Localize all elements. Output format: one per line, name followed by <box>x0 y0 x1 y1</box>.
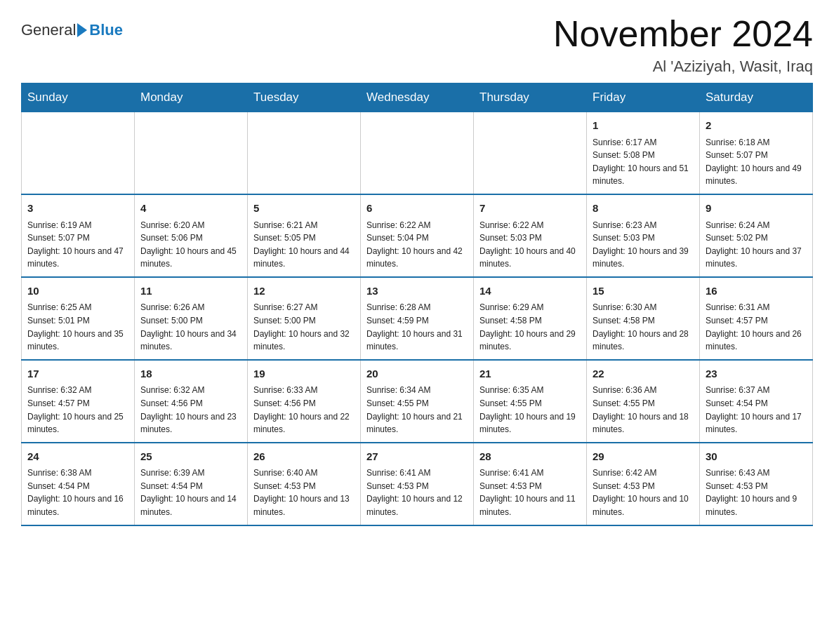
calendar-cell: 6Sunrise: 6:22 AM Sunset: 5:04 PM Daylig… <box>361 194 474 277</box>
day-info: Sunrise: 6:18 AM Sunset: 5:07 PM Dayligh… <box>706 136 807 188</box>
calendar-cell: 23Sunrise: 6:37 AM Sunset: 4:54 PM Dayli… <box>700 360 813 443</box>
page-title: November 2024 <box>553 14 813 54</box>
day-info: Sunrise: 6:31 AM Sunset: 4:57 PM Dayligh… <box>706 301 807 353</box>
day-info: Sunrise: 6:40 AM Sunset: 4:53 PM Dayligh… <box>253 467 355 518</box>
calendar-cell: 8Sunrise: 6:23 AM Sunset: 5:03 PM Daylig… <box>587 194 700 277</box>
weekday-header-friday: Friday <box>587 83 700 112</box>
logo-general-text: General <box>21 21 76 39</box>
logo-blue-part: Blue <box>76 21 123 39</box>
calendar-cell: 10Sunrise: 6:25 AM Sunset: 5:01 PM Dayli… <box>22 277 135 360</box>
day-info: Sunrise: 6:32 AM Sunset: 4:56 PM Dayligh… <box>140 384 241 436</box>
day-info: Sunrise: 6:21 AM Sunset: 5:05 PM Dayligh… <box>253 219 355 271</box>
calendar-cell: 13Sunrise: 6:28 AM Sunset: 4:59 PM Dayli… <box>361 277 474 360</box>
day-info: Sunrise: 6:29 AM Sunset: 4:58 PM Dayligh… <box>479 301 581 353</box>
calendar-cell <box>248 112 361 194</box>
day-number: 22 <box>593 366 694 382</box>
weekday-header-thursday: Thursday <box>474 83 587 112</box>
day-number: 20 <box>366 366 468 382</box>
day-number: 26 <box>253 449 355 465</box>
calendar-cell: 26Sunrise: 6:40 AM Sunset: 4:53 PM Dayli… <box>248 443 361 525</box>
calendar-week-row: 17Sunrise: 6:32 AM Sunset: 4:57 PM Dayli… <box>22 360 813 443</box>
day-info: Sunrise: 6:39 AM Sunset: 4:54 PM Dayligh… <box>140 467 241 518</box>
day-number: 15 <box>593 283 694 300</box>
day-number: 21 <box>479 366 581 382</box>
calendar-cell: 27Sunrise: 6:41 AM Sunset: 4:53 PM Dayli… <box>361 443 474 525</box>
day-number: 2 <box>706 118 807 134</box>
calendar-cell: 28Sunrise: 6:41 AM Sunset: 4:53 PM Dayli… <box>474 443 587 525</box>
calendar-cell: 22Sunrise: 6:36 AM Sunset: 4:55 PM Dayli… <box>587 360 700 443</box>
day-number: 27 <box>366 449 468 465</box>
calendar-week-row: 1Sunrise: 6:17 AM Sunset: 5:08 PM Daylig… <box>22 112 813 194</box>
day-number: 10 <box>27 283 128 300</box>
day-info: Sunrise: 6:35 AM Sunset: 4:55 PM Dayligh… <box>479 384 581 436</box>
calendar-cell: 14Sunrise: 6:29 AM Sunset: 4:58 PM Dayli… <box>474 277 587 360</box>
day-number: 17 <box>27 366 128 382</box>
day-number: 12 <box>253 283 355 300</box>
calendar-header: SundayMondayTuesdayWednesdayThursdayFrid… <box>22 83 813 112</box>
day-number: 7 <box>479 201 581 217</box>
day-info: Sunrise: 6:43 AM Sunset: 4:53 PM Dayligh… <box>706 467 807 518</box>
day-info: Sunrise: 6:37 AM Sunset: 4:54 PM Dayligh… <box>706 384 807 436</box>
weekday-header-tuesday: Tuesday <box>248 83 361 112</box>
day-info: Sunrise: 6:22 AM Sunset: 5:03 PM Dayligh… <box>479 219 581 271</box>
calendar-cell: 20Sunrise: 6:34 AM Sunset: 4:55 PM Dayli… <box>361 360 474 443</box>
day-info: Sunrise: 6:25 AM Sunset: 5:01 PM Dayligh… <box>27 301 128 353</box>
day-number: 5 <box>253 201 355 217</box>
calendar-cell: 4Sunrise: 6:20 AM Sunset: 5:06 PM Daylig… <box>135 194 248 277</box>
day-info: Sunrise: 6:28 AM Sunset: 4:59 PM Dayligh… <box>366 301 468 353</box>
calendar-cell: 12Sunrise: 6:27 AM Sunset: 5:00 PM Dayli… <box>248 277 361 360</box>
day-number: 6 <box>366 201 468 217</box>
weekday-header-row: SundayMondayTuesdayWednesdayThursdayFrid… <box>22 83 813 112</box>
calendar-cell: 2Sunrise: 6:18 AM Sunset: 5:07 PM Daylig… <box>700 112 813 194</box>
page-header: General Blue November 2024 Al 'Aziziyah,… <box>21 14 813 76</box>
day-number: 13 <box>366 283 468 300</box>
calendar-cell: 11Sunrise: 6:26 AM Sunset: 5:00 PM Dayli… <box>135 277 248 360</box>
calendar-body: 1Sunrise: 6:17 AM Sunset: 5:08 PM Daylig… <box>22 112 813 525</box>
weekday-header-monday: Monday <box>135 83 248 112</box>
title-section: November 2024 Al 'Aziziyah, Wasit, Iraq <box>553 14 813 76</box>
calendar-cell: 18Sunrise: 6:32 AM Sunset: 4:56 PM Dayli… <box>135 360 248 443</box>
day-number: 29 <box>593 449 694 465</box>
day-info: Sunrise: 6:41 AM Sunset: 4:53 PM Dayligh… <box>366 467 468 518</box>
logo: General Blue <box>21 21 123 39</box>
day-number: 4 <box>140 201 241 217</box>
calendar-cell: 3Sunrise: 6:19 AM Sunset: 5:07 PM Daylig… <box>22 194 135 277</box>
day-info: Sunrise: 6:23 AM Sunset: 5:03 PM Dayligh… <box>593 219 694 271</box>
calendar-cell: 21Sunrise: 6:35 AM Sunset: 4:55 PM Dayli… <box>474 360 587 443</box>
calendar-cell: 7Sunrise: 6:22 AM Sunset: 5:03 PM Daylig… <box>474 194 587 277</box>
calendar-cell: 9Sunrise: 6:24 AM Sunset: 5:02 PM Daylig… <box>700 194 813 277</box>
day-number: 16 <box>706 283 807 300</box>
calendar-cell: 29Sunrise: 6:42 AM Sunset: 4:53 PM Dayli… <box>587 443 700 525</box>
day-info: Sunrise: 6:33 AM Sunset: 4:56 PM Dayligh… <box>253 384 355 436</box>
day-info: Sunrise: 6:24 AM Sunset: 5:02 PM Dayligh… <box>706 219 807 271</box>
logo-blue-text: Blue <box>89 21 123 39</box>
calendar-cell: 25Sunrise: 6:39 AM Sunset: 4:54 PM Dayli… <box>135 443 248 525</box>
calendar-cell: 5Sunrise: 6:21 AM Sunset: 5:05 PM Daylig… <box>248 194 361 277</box>
page-subtitle: Al 'Aziziyah, Wasit, Iraq <box>553 58 813 76</box>
day-info: Sunrise: 6:36 AM Sunset: 4:55 PM Dayligh… <box>593 384 694 436</box>
day-info: Sunrise: 6:17 AM Sunset: 5:08 PM Dayligh… <box>593 136 694 188</box>
day-number: 28 <box>479 449 581 465</box>
calendar-table: SundayMondayTuesdayWednesdayThursdayFrid… <box>21 83 813 525</box>
calendar-cell <box>135 112 248 194</box>
calendar-week-row: 24Sunrise: 6:38 AM Sunset: 4:54 PM Dayli… <box>22 443 813 525</box>
calendar-week-row: 3Sunrise: 6:19 AM Sunset: 5:07 PM Daylig… <box>22 194 813 277</box>
day-info: Sunrise: 6:19 AM Sunset: 5:07 PM Dayligh… <box>27 219 128 271</box>
day-info: Sunrise: 6:22 AM Sunset: 5:04 PM Dayligh… <box>366 219 468 271</box>
day-number: 9 <box>706 201 807 217</box>
day-number: 1 <box>593 118 694 134</box>
day-info: Sunrise: 6:26 AM Sunset: 5:00 PM Dayligh… <box>140 301 241 353</box>
day-number: 24 <box>27 449 128 465</box>
day-number: 8 <box>593 201 694 217</box>
day-info: Sunrise: 6:34 AM Sunset: 4:55 PM Dayligh… <box>366 384 468 436</box>
calendar-week-row: 10Sunrise: 6:25 AM Sunset: 5:01 PM Dayli… <box>22 277 813 360</box>
day-number: 11 <box>140 283 241 300</box>
calendar-cell <box>474 112 587 194</box>
day-number: 19 <box>253 366 355 382</box>
calendar-cell: 30Sunrise: 6:43 AM Sunset: 4:53 PM Dayli… <box>700 443 813 525</box>
day-info: Sunrise: 6:41 AM Sunset: 4:53 PM Dayligh… <box>479 467 581 518</box>
calendar-cell: 19Sunrise: 6:33 AM Sunset: 4:56 PM Dayli… <box>248 360 361 443</box>
weekday-header-saturday: Saturday <box>700 83 813 112</box>
day-info: Sunrise: 6:27 AM Sunset: 5:00 PM Dayligh… <box>253 301 355 353</box>
calendar-cell: 17Sunrise: 6:32 AM Sunset: 4:57 PM Dayli… <box>22 360 135 443</box>
